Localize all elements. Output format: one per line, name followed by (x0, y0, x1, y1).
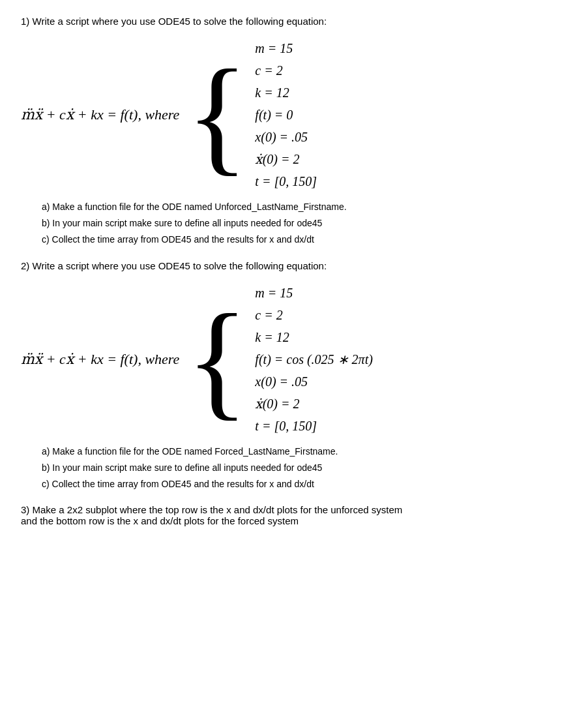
condition-1-x0: x(0) = .05 (255, 127, 317, 147)
problem-1: 1) Write a script where you use ODE45 to… (21, 16, 567, 248)
condition-2-m: m = 15 (255, 283, 373, 303)
problem-2-subitems: a) Make a function file for the ODE name… (42, 444, 567, 493)
problem-2-header: 2) Write a script where you use ODE45 to… (21, 260, 567, 271)
condition-2-k: k = 12 (255, 327, 373, 347)
problem-2: 2) Write a script where you use ODE45 to… (21, 260, 567, 493)
brace-1: { (186, 56, 248, 173)
problem-1-sub-b: b) In your main script make sure to defi… (42, 215, 567, 232)
condition-2-ft: f(t) = cos (.025 ∗ 2πt) (255, 350, 373, 369)
condition-1-c: c = 2 (255, 61, 317, 80)
problem-1-sub-a: a) Make a function file for the ODE name… (42, 199, 567, 215)
problem-2-sub-b: b) In your main script make sure to defi… (42, 460, 567, 476)
condition-1-t: t = [0, 150] (255, 172, 317, 191)
problem-3-header: 3) Make a 2x2 subplot where the top row … (21, 504, 567, 526)
problem-2-sub-c: c) Collect the time array from ODE45 and… (42, 476, 567, 492)
problem-1-subitems: a) Make a function file for the ODE name… (42, 199, 567, 248)
conditions-2: m = 15 c = 2 k = 12 f(t) = cos (.025 ∗ 2… (255, 283, 373, 436)
condition-2-t: t = [0, 150] (255, 416, 373, 436)
condition-1-m: m = 15 (255, 38, 317, 58)
equation-lhs-1: m̈ẍ + cẋ + kx = f(t), where (21, 106, 179, 123)
equation-block-1: m̈ẍ + cẋ + kx = f(t), where { m = 15 c … (21, 38, 567, 191)
condition-1-ft: f(t) = 0 (255, 105, 317, 125)
problem-1-header: 1) Write a script where you use ODE45 to… (21, 16, 567, 27)
brace-2: { (186, 301, 248, 418)
equation-block-2: m̈ẍ + cẋ + kx = f(t), where { m = 15 c … (21, 283, 567, 436)
condition-2-xdot0: ẋ(0) = 2 (255, 394, 373, 414)
condition-2-x0: x(0) = .05 (255, 372, 373, 391)
condition-1-k: k = 12 (255, 83, 317, 102)
condition-1-xdot0: ẋ(0) = 2 (255, 149, 317, 169)
problem-3: 3) Make a 2x2 subplot where the top row … (21, 504, 567, 526)
equation-lhs-2: m̈ẍ + cẋ + kx = f(t), where (21, 351, 179, 368)
problem-1-sub-c: c) Collect the time array from ODE45 and… (42, 232, 567, 248)
conditions-1: m = 15 c = 2 k = 12 f(t) = 0 x(0) = .05 … (255, 38, 317, 191)
problem-2-sub-a: a) Make a function file for the ODE name… (42, 444, 567, 460)
condition-2-c: c = 2 (255, 305, 373, 325)
